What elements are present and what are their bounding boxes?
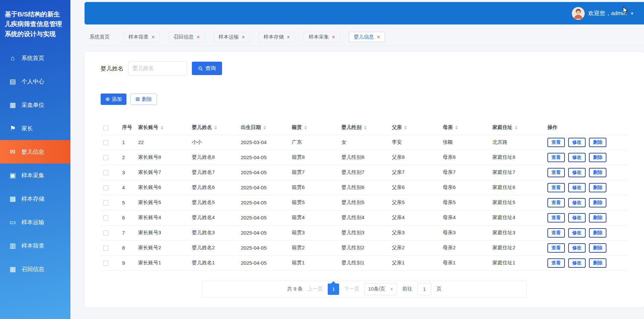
delete-button[interactable]: 删除: [589, 228, 606, 238]
view-button[interactable]: 查看: [547, 228, 565, 238]
view-button[interactable]: 查看: [547, 258, 565, 268]
edit-button[interactable]: 修改: [568, 153, 586, 162]
table-cell: 父亲8: [389, 150, 440, 165]
close-icon[interactable]: ×: [377, 35, 380, 40]
tab-sample-screen[interactable]: 样本筛查×: [123, 32, 160, 42]
column-header[interactable]: 出生日期: [238, 121, 289, 135]
close-icon[interactable]: ×: [332, 35, 335, 40]
view-button[interactable]: 查看: [547, 168, 565, 177]
edit-button[interactable]: 修改: [568, 228, 586, 238]
column-header[interactable]: 母亲: [440, 121, 490, 135]
tab-sample-transport[interactable]: 样本运输×: [214, 32, 250, 42]
edit-button[interactable]: 修改: [568, 168, 586, 177]
view-button[interactable]: 查看: [547, 213, 565, 222]
sidebar-item-profile[interactable]: ▤个人中心: [0, 70, 70, 93]
delete-button[interactable]: 删除: [589, 183, 606, 192]
close-icon[interactable]: ×: [242, 35, 245, 40]
column-header[interactable]: 家庭住址: [490, 121, 545, 135]
sort-caret-icon[interactable]: [404, 126, 407, 130]
sort-caret-icon[interactable]: [263, 126, 266, 130]
sidebar-item-sample-transport[interactable]: ▭样本运输: [0, 210, 70, 234]
row-checkbox[interactable]: [103, 215, 108, 220]
view-button[interactable]: 查看: [547, 153, 565, 162]
recall-info-icon: ▦: [9, 265, 17, 273]
edit-button[interactable]: 修改: [568, 183, 586, 192]
current-page-button[interactable]: 1: [328, 283, 339, 295]
sidebar-item-label: 样本采集: [21, 172, 44, 179]
row-checkbox[interactable]: [103, 185, 108, 190]
table-cell: 1: [119, 135, 136, 150]
column-header[interactable]: 婴儿姓名: [189, 121, 238, 135]
row-checkbox-cell: [101, 210, 119, 225]
tab-sample-collect[interactable]: 样本采集×: [304, 32, 340, 42]
sidebar-item-sample-screen[interactable]: ▥样本筛查: [0, 234, 70, 257]
column-header[interactable]: 籍贯: [289, 121, 339, 135]
toolbar: ⊕ 添加 ⊠ 删除: [101, 93, 628, 105]
close-icon[interactable]: ×: [287, 35, 290, 40]
view-button[interactable]: 查看: [547, 198, 565, 207]
sort-caret-icon[interactable]: [455, 126, 458, 130]
delete-button[interactable]: ⊠ 删除: [130, 93, 157, 105]
edit-button[interactable]: 修改: [568, 198, 586, 207]
delete-button[interactable]: 删除: [589, 243, 606, 253]
sidebar-item-blood-unit[interactable]: ▦采血单位: [0, 93, 70, 117]
table-cell: 父亲1: [389, 255, 440, 270]
sort-caret-icon[interactable]: [364, 126, 367, 130]
row-checkbox-cell: [101, 150, 119, 165]
user-menu[interactable]: 欢迎您，admin ▼: [572, 7, 634, 20]
row-checkbox[interactable]: [103, 140, 108, 145]
select-all-checkbox[interactable]: [103, 126, 108, 131]
row-checkbox[interactable]: [103, 246, 108, 251]
view-button[interactable]: 查看: [547, 183, 565, 192]
goto-page-input[interactable]: [417, 283, 431, 295]
delete-button[interactable]: 删除: [589, 213, 606, 222]
sidebar-item-parents[interactable]: ⚑家长: [0, 117, 70, 140]
close-icon[interactable]: ×: [197, 35, 200, 40]
tab-recall[interactable]: 召回信息×: [168, 32, 205, 42]
edit-button[interactable]: 修改: [568, 258, 586, 268]
close-icon[interactable]: ×: [152, 35, 155, 40]
column-header[interactable]: 婴儿性别: [339, 121, 389, 135]
column-header[interactable]: 父亲: [389, 121, 440, 135]
sort-caret-icon[interactable]: [214, 126, 217, 130]
tab-baby-info[interactable]: 婴儿信息×: [349, 32, 385, 42]
sidebar-item-home[interactable]: ⌂系统首页: [0, 46, 70, 70]
welcome-text: 欢迎您，admin: [588, 9, 627, 17]
delete-button[interactable]: 删除: [589, 153, 606, 162]
column-header[interactable]: 家长账号: [136, 121, 189, 135]
baby-name-search-input[interactable]: [128, 61, 187, 75]
view-button[interactable]: 查看: [547, 138, 565, 147]
add-button[interactable]: ⊕ 添加: [101, 93, 126, 105]
prev-page-button[interactable]: 上一页: [308, 286, 323, 292]
row-checkbox[interactable]: [103, 200, 108, 205]
page-size-select[interactable]: 10条/页 ▼: [364, 283, 397, 295]
sort-caret-icon[interactable]: [161, 126, 163, 130]
row-checkbox[interactable]: [103, 261, 108, 266]
row-checkbox[interactable]: [103, 155, 108, 160]
sidebar-item-baby-info[interactable]: ✉婴儿信息: [0, 140, 70, 164]
table-cell: 张颖: [440, 135, 490, 150]
app-title: 基于B/S结构的新生儿疾病筛查信息管理系统的设计与实现: [0, 0, 70, 46]
edit-button[interactable]: 修改: [568, 213, 586, 222]
delete-button[interactable]: 删除: [589, 168, 606, 177]
next-page-button[interactable]: 下一页: [344, 286, 359, 292]
sort-caret-icon[interactable]: [515, 126, 518, 130]
blood-unit-icon: ▦: [9, 101, 17, 109]
sidebar-item-recall[interactable]: ▦召回信息: [0, 257, 70, 281]
delete-button[interactable]: 删除: [589, 258, 606, 268]
edit-button[interactable]: 修改: [568, 138, 586, 147]
delete-button[interactable]: 删除: [589, 198, 606, 207]
table-cell: 母亲1: [440, 255, 490, 270]
query-button[interactable]: 查询: [192, 62, 222, 75]
tab-bar: 系统首页样本筛查×召回信息×样本运输×样本存储×样本采集×婴儿信息×: [85, 32, 644, 46]
view-button[interactable]: 查看: [547, 243, 565, 253]
sidebar-item-sample-storage[interactable]: ▩样本存储: [0, 187, 70, 210]
row-checkbox[interactable]: [103, 170, 108, 175]
delete-button[interactable]: 删除: [589, 138, 606, 147]
sidebar-item-sample-collect[interactable]: ▣样本采集: [0, 164, 70, 187]
row-checkbox[interactable]: [103, 231, 108, 236]
sort-caret-icon[interactable]: [304, 126, 307, 130]
tab-home[interactable]: 系统首页: [85, 32, 115, 42]
edit-button[interactable]: 修改: [568, 243, 586, 253]
tab-sample-storage[interactable]: 样本存储×: [259, 32, 295, 42]
